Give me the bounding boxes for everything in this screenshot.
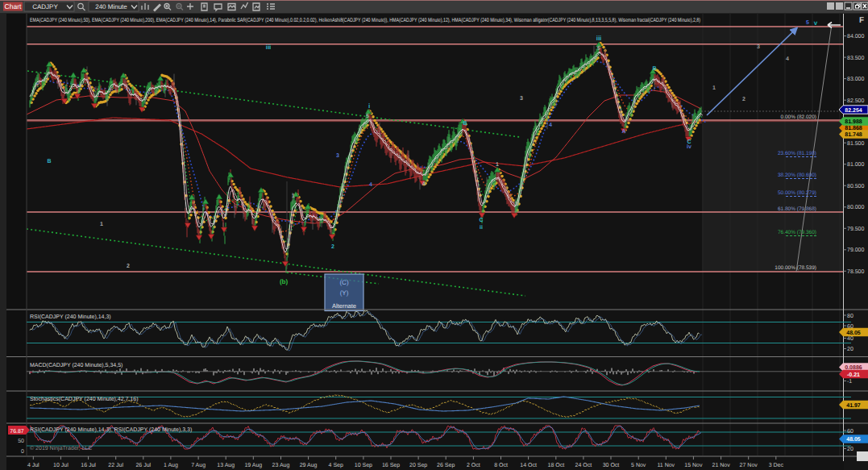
- svg-text:48.05: 48.05: [846, 331, 861, 336]
- svg-text:81.000: 81.000: [847, 162, 865, 168]
- svg-text:3 Dec: 3 Dec: [769, 463, 784, 468]
- svg-text:26 Jul: 26 Jul: [135, 462, 151, 468]
- svg-text:41.97: 41.97: [846, 403, 861, 409]
- svg-text:13 Aug: 13 Aug: [217, 463, 235, 468]
- svg-text:79.000: 79.000: [847, 247, 865, 253]
- svg-text:Chart: Chart: [5, 2, 22, 10]
- svg-text:81.500: 81.500: [847, 141, 865, 147]
- svg-text:A: A: [621, 129, 625, 135]
- svg-text:5: 5: [806, 20, 809, 26]
- svg-text:76.40% (79.360): 76.40% (79.360): [778, 230, 816, 235]
- svg-text:2 Oct: 2 Oct: [467, 463, 480, 468]
- svg-text:2: 2: [515, 202, 518, 207]
- svg-text:15 Nov: 15 Nov: [684, 463, 703, 468]
- svg-text:B: B: [652, 66, 656, 72]
- svg-text:19 Aug: 19 Aug: [244, 463, 262, 468]
- svg-text:(C): (C): [339, 279, 348, 286]
- svg-text:30 Oct: 30 Oct: [603, 463, 620, 468]
- svg-text:83.500: 83.500: [847, 56, 865, 61]
- svg-text:80.000: 80.000: [847, 205, 865, 210]
- svg-text:81.748: 81.748: [845, 132, 862, 138]
- svg-text:5 Nov: 5 Nov: [631, 463, 646, 468]
- svg-text:B: B: [47, 159, 51, 164]
- svg-text:40: 40: [847, 336, 853, 342]
- svg-text:21 Nov: 21 Nov: [712, 463, 731, 468]
- svg-text:16 Sep: 16 Sep: [382, 463, 400, 468]
- svg-text:23.60% (81.198): 23.60% (81.198): [778, 151, 816, 156]
- svg-text:CADJPY: CADJPY: [32, 3, 58, 10]
- svg-text:3: 3: [757, 44, 760, 50]
- svg-text:RSI(CADJPY (240 Minute),14,3): RSI(CADJPY (240 Minute),14,3): [30, 314, 111, 320]
- svg-text:10 Sep: 10 Sep: [355, 463, 372, 468]
- svg-text:78.500: 78.500: [847, 269, 865, 275]
- svg-text:-1: -1: [847, 379, 852, 385]
- svg-text:5: 5: [597, 46, 600, 52]
- svg-text:0.00% (82.020): 0.00% (82.020): [781, 114, 816, 120]
- svg-text:50: 50: [18, 439, 24, 444]
- svg-text:5: 5: [366, 114, 369, 119]
- svg-text:82.254: 82.254: [845, 108, 862, 114]
- svg-text:7 Aug: 7 Aug: [191, 463, 206, 468]
- svg-text:20: 20: [847, 447, 853, 452]
- svg-text:B: B: [463, 121, 467, 127]
- svg-text:0: 0: [21, 449, 24, 455]
- svg-text:A: A: [422, 181, 426, 187]
- svg-text:iii: iii: [266, 44, 272, 51]
- svg-text:v: v: [814, 19, 818, 27]
- svg-text:-0.21: -0.21: [847, 372, 860, 378]
- svg-text:2: 2: [742, 97, 745, 102]
- svg-text:20 Sep: 20 Sep: [409, 463, 427, 468]
- svg-text:80: 80: [847, 314, 853, 319]
- svg-text:16 Jul: 16 Jul: [81, 462, 96, 468]
- svg-text:iii: iii: [596, 35, 602, 42]
- svg-text:60: 60: [847, 429, 853, 435]
- svg-text:(Y): (Y): [340, 289, 349, 297]
- svg-text:23 Aug: 23 Aug: [272, 463, 290, 468]
- svg-text:1: 1: [712, 85, 716, 91]
- svg-text:© 2019 NinjaTrader, LLC: © 2019 NinjaTrader, LLC: [30, 445, 92, 451]
- svg-text:24 Oct: 24 Oct: [575, 463, 592, 468]
- svg-text:29 Aug: 29 Aug: [300, 463, 318, 468]
- svg-text:48.05: 48.05: [846, 437, 861, 443]
- svg-text:4: 4: [369, 182, 372, 188]
- svg-text:C: C: [479, 218, 483, 223]
- svg-text:76.87: 76.87: [10, 429, 24, 435]
- svg-text:240 Minute: 240 Minute: [95, 3, 127, 10]
- svg-text:RSI(CADJPY (240 Minute),14,3),: RSI(CADJPY (240 Minute),14,3), RSI(CADJP…: [30, 426, 192, 433]
- svg-text:EMA(CADJPY (240 Minute),50), E: EMA(CADJPY (240 Minute),50), EMA(CADJPY …: [30, 18, 700, 23]
- svg-text:10 Jul: 10 Jul: [53, 462, 69, 468]
- svg-text:81.988: 81.988: [845, 119, 862, 125]
- svg-text:1: 1: [292, 193, 295, 199]
- svg-text:82.500: 82.500: [847, 98, 865, 104]
- svg-text:3: 3: [520, 96, 523, 102]
- svg-text:80.500: 80.500: [847, 184, 865, 189]
- svg-text:4 Sep: 4 Sep: [329, 463, 343, 468]
- svg-text:84.000: 84.000: [847, 34, 865, 40]
- svg-text:20: 20: [847, 347, 853, 352]
- svg-text:100.00% (78.539): 100.00% (78.539): [775, 265, 816, 271]
- svg-text:79.500: 79.500: [847, 227, 865, 232]
- svg-text:26 Sep: 26 Sep: [437, 463, 455, 468]
- svg-text:i: i: [368, 102, 370, 110]
- svg-text:1: 1: [100, 222, 103, 227]
- svg-text:83.000: 83.000: [847, 77, 865, 82]
- svg-text:F: F: [859, 16, 864, 25]
- svg-text:18 Oct: 18 Oct: [547, 463, 564, 468]
- svg-text:3: 3: [336, 153, 339, 159]
- svg-text:ii: ii: [480, 224, 483, 231]
- svg-text:Stochastics(CADJPY (240 Minute: Stochastics(CADJPY (240 Minute),42,7,16): [30, 396, 139, 402]
- svg-text:14 Oct: 14 Oct: [520, 463, 537, 468]
- svg-text:50.00% (80.279): 50.00% (80.279): [778, 190, 816, 196]
- svg-text:11 Nov: 11 Nov: [657, 463, 675, 468]
- svg-text:4: 4: [549, 123, 552, 128]
- svg-text:22 Jul: 22 Jul: [108, 462, 123, 468]
- svg-text:Alternate: Alternate: [332, 302, 356, 310]
- svg-text:1: 1: [496, 162, 499, 168]
- svg-text:4 Jul: 4 Jul: [27, 462, 39, 468]
- svg-text:1 Aug: 1 Aug: [164, 463, 178, 468]
- svg-text:61.80% (79.868): 61.80% (79.868): [778, 206, 816, 212]
- svg-text:4: 4: [786, 56, 789, 62]
- svg-text:38.20% (80.690): 38.20% (80.690): [778, 173, 816, 178]
- svg-text:(b): (b): [280, 278, 289, 285]
- svg-text:8 Oct: 8 Oct: [494, 463, 508, 468]
